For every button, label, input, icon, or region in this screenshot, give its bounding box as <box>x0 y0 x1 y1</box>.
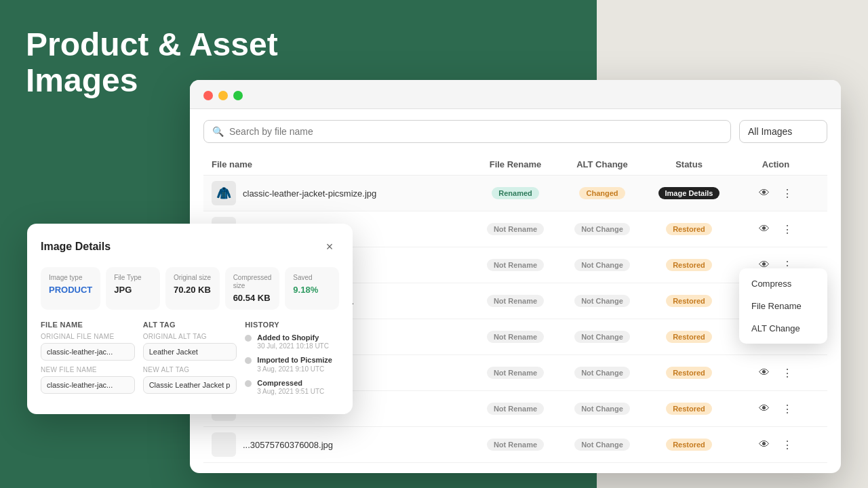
stat-label-type: Image type <box>49 274 92 282</box>
rename-badge: Not Rename <box>487 331 544 343</box>
history-date-2: 3 Aug, 2021 9:51 UTC <box>257 388 324 395</box>
alt-badge: Not Change <box>574 331 630 343</box>
new-alt-label: NEW ALT TAG <box>143 366 237 373</box>
dots-button[interactable]: ⋮ <box>777 219 797 239</box>
detail-sections: File name ORIGINAL FILE NAME NEW FILE NA… <box>41 321 339 401</box>
eye-button[interactable]: 👁 <box>754 399 774 419</box>
history-item: Added to Shopify 30 Jul, 2021 10:18 UTC <box>245 333 339 350</box>
modal-close-button[interactable]: × <box>320 237 339 256</box>
alt-badge: Not Change <box>574 367 630 379</box>
table-row: 🧥 classic-leather-jacket-picsmize.jpg Re… <box>203 176 827 211</box>
stat-card-origsize: Original size 70.20 KB <box>165 267 220 310</box>
alt-badge: Not Change <box>574 223 630 235</box>
history-label-2: Compressed <box>257 378 324 388</box>
rename-badge: Not Rename <box>487 223 544 235</box>
status-badge: Restored <box>666 223 712 235</box>
table-row: ...30575760376008.jpg Not Rename Not Cha… <box>203 427 827 463</box>
status-badge-cell: Image Details <box>646 187 732 199</box>
filename-text: classic-leather-jacket-picsmize.jpg <box>243 188 376 199</box>
traffic-lights <box>190 80 841 109</box>
col-alt: ALT Change <box>559 159 646 169</box>
original-alt-input[interactable] <box>143 343 237 361</box>
status-badge: Restored <box>666 403 712 415</box>
search-row: 🔍 All Images <box>203 120 827 143</box>
status-badge: Image Details <box>658 187 720 199</box>
alt-badge-cell: Changed <box>559 187 646 199</box>
modal-header: Image Details × <box>41 237 339 256</box>
modal-title: Image Details <box>41 241 111 253</box>
stat-card-type: Image type PRODUCT <box>41 267 100 310</box>
stat-value-saved: 9.18% <box>293 285 331 295</box>
dots-button[interactable]: ⋮ <box>777 434 797 455</box>
context-menu: Compress File Rename ALT Change <box>739 268 827 344</box>
new-file-label: NEW FILE NAME <box>41 366 135 373</box>
new-alt-input[interactable] <box>143 376 237 394</box>
dots-button[interactable]: ⋮ <box>777 363 797 383</box>
eye-button[interactable]: 👁 <box>754 434 774 455</box>
stat-card-saved: Saved 9.18% <box>285 267 339 310</box>
file-thumb: 🧥 <box>212 181 236 205</box>
stat-label-compsize: Compressed size <box>233 274 272 290</box>
col-status: Status <box>646 159 732 169</box>
new-file-input[interactable] <box>41 376 135 394</box>
stat-label-filetype: File Type <box>114 274 152 282</box>
history-date-0: 30 Jul, 2021 10:18 UTC <box>257 342 329 350</box>
file-thumb <box>212 432 236 457</box>
status-badge: Restored <box>666 331 712 343</box>
stat-value-type: PRODUCT <box>49 285 92 295</box>
col-action: Action <box>732 159 819 169</box>
rename-badge: Not Rename <box>487 259 544 271</box>
traffic-light-red[interactable] <box>203 91 213 100</box>
filename-text: ...30575760376008.jpg <box>243 440 333 450</box>
alt-badge: Not Change <box>574 295 630 307</box>
rename-badge: Not Rename <box>487 403 544 415</box>
history-section-title: History <box>245 321 339 329</box>
history-label-1: Imported to Picsmize <box>257 355 332 365</box>
alt-tag-section-title: ALT Tag <box>143 321 237 329</box>
rename-badge: Renamed <box>492 187 539 199</box>
history-item: Imported to Picsmize 3 Aug, 2021 9:10 UT… <box>245 355 339 372</box>
status-badge: Restored <box>666 295 712 307</box>
original-alt-label: ORIGINAL ALT TAG <box>143 333 237 340</box>
traffic-light-yellow[interactable] <box>218 91 228 100</box>
history-label-0: Added to Shopify <box>257 333 329 342</box>
context-menu-compress[interactable]: Compress <box>739 272 827 295</box>
history-dot <box>245 357 252 364</box>
stat-value-origsize: 70.20 KB <box>174 285 212 295</box>
status-badge: Restored <box>666 367 712 379</box>
action-cell: 👁 ⋮ <box>732 183 819 203</box>
alt-badge: Not Change <box>574 403 630 415</box>
dots-button[interactable]: ⋮ <box>777 399 797 419</box>
status-badge: Restored <box>666 439 712 451</box>
context-menu-rename[interactable]: File Rename <box>739 295 827 317</box>
history-dot <box>245 380 252 387</box>
file-name-section-title: File name <box>41 321 135 329</box>
search-icon: 🔍 <box>212 126 224 137</box>
stat-value-filetype: JPG <box>114 285 152 295</box>
rename-badge: Not Rename <box>487 439 544 451</box>
search-input[interactable] <box>229 126 722 137</box>
table-header: File name File Rename ALT Change Status … <box>203 154 827 176</box>
eye-button[interactable]: 👁 <box>754 219 774 239</box>
stat-value-compsize: 60.54 KB <box>233 293 272 303</box>
eye-button[interactable]: 👁 <box>754 363 774 383</box>
col-rename: File Rename <box>472 159 559 169</box>
original-file-input[interactable] <box>41 343 135 361</box>
image-details-modal: Image Details × Image type PRODUCT File … <box>27 224 353 414</box>
alt-badge: Not Change <box>574 259 630 271</box>
stat-card-compsize: Compressed size 60.54 KB <box>225 267 280 310</box>
alt-tag-section: ALT Tag ORIGINAL ALT TAG NEW ALT TAG <box>143 321 237 401</box>
col-filename: File name <box>212 159 472 169</box>
dots-button[interactable]: ⋮ <box>777 183 797 203</box>
eye-button[interactable]: 👁 <box>754 183 774 203</box>
history-item: Compressed 3 Aug, 2021 9:51 UTC <box>245 378 339 395</box>
stat-card-filetype: File Type JPG <box>106 267 160 310</box>
file-name-cell: ...30575760376008.jpg <box>212 432 472 457</box>
history-section: History Added to Shopify 30 Jul, 2021 10… <box>245 321 339 401</box>
search-box: 🔍 <box>203 120 731 143</box>
status-badge: Restored <box>666 259 712 271</box>
context-menu-alt-change[interactable]: ALT Change <box>739 317 827 340</box>
traffic-light-green[interactable] <box>233 91 243 100</box>
stats-row: Image type PRODUCT File Type JPG Origina… <box>41 267 339 310</box>
filter-select[interactable]: All Images <box>739 120 827 143</box>
